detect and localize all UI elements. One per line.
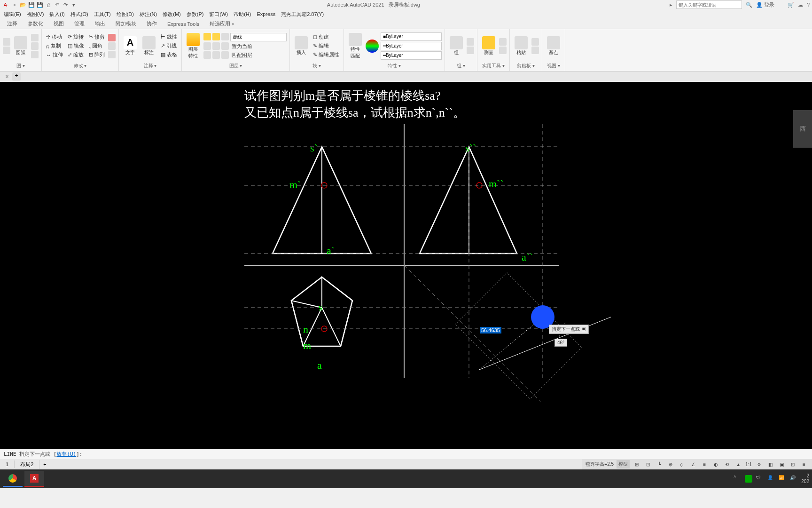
autocad-app-icon[interactable]: A [24, 471, 44, 487]
select-icon[interactable] [499, 47, 507, 54]
saveas-icon[interactable]: 💾 [36, 1, 44, 8]
tab-parametric[interactable]: 参数化 [23, 19, 48, 29]
linetype-selector[interactable]: ━ ByLayer [381, 51, 442, 60]
undo-icon[interactable]: ↶ [53, 1, 61, 8]
redo-icon[interactable]: ↷ [62, 1, 69, 8]
app-menu-icon[interactable]: A· [2, 1, 10, 8]
osnap-icon[interactable]: ◇ [678, 460, 686, 468]
model-button[interactable]: 模型 [617, 460, 630, 468]
text-icon[interactable]: A [124, 36, 137, 49]
login-button[interactable]: 👤 登录 [756, 1, 774, 8]
menu-view[interactable]: 视图(V) [27, 11, 44, 18]
tray-wifi-icon[interactable]: 📶 [779, 475, 786, 483]
menu-format[interactable]: 格式(O) [70, 11, 88, 18]
tab-view[interactable]: 视图 [49, 19, 69, 29]
offset-icon[interactable] [108, 51, 116, 58]
measure-icon[interactable] [482, 36, 495, 49]
create-block-button[interactable]: ◻ 创建 [312, 33, 341, 41]
layer-selector[interactable]: 虚线 [230, 33, 287, 41]
tab-addins[interactable]: 附加模块 [111, 19, 141, 29]
help-icon[interactable]: ? [807, 2, 810, 8]
layout-add-button[interactable]: + [39, 460, 50, 468]
menu-draw[interactable]: 绘图(D) [117, 11, 134, 18]
group-edit-icon[interactable] [467, 47, 474, 54]
array-button[interactable]: ⊞ 阵列 [87, 51, 106, 59]
tab-manage[interactable]: 管理 [70, 19, 89, 29]
layer-iso-icon[interactable] [203, 42, 211, 50]
tray-shield-icon[interactable]: 🛡 [756, 475, 764, 483]
lineweight-icon[interactable]: ≡ [700, 460, 709, 468]
edit-block-button[interactable]: ✎ 编辑 [312, 42, 341, 50]
new-tab-button[interactable]: + [12, 72, 21, 81]
layout-tab-2[interactable]: 布局2 [15, 460, 39, 469]
snap-icon[interactable]: ⊡ [644, 460, 652, 468]
scale-button[interactable]: ⤢ 缩放 [66, 51, 86, 59]
line-icon[interactable] [3, 38, 10, 46]
layer-mk-icon[interactable] [221, 42, 229, 50]
polyline-icon[interactable] [3, 47, 10, 54]
tray-ime-icon[interactable] [745, 475, 752, 483]
menu-yanxiu[interactable]: 燕秀工具箱2.87(Y) [281, 11, 324, 18]
explode-icon[interactable] [108, 42, 116, 50]
layer-p3-icon[interactable] [221, 51, 229, 59]
mirror-button[interactable]: ◫ 镜像 [66, 42, 86, 50]
trim-button[interactable]: ✂ 修剪 [87, 33, 106, 41]
calc-icon[interactable] [499, 38, 507, 46]
leader-button[interactable]: ↗ 引线 [159, 42, 179, 50]
search-icon[interactable]: 🔍 [746, 2, 752, 8]
isodraft-icon[interactable]: ◧ [766, 460, 774, 468]
menu-param[interactable]: 参数(P) [187, 11, 204, 18]
match-props-icon[interactable] [349, 33, 362, 46]
cart-icon[interactable]: 🛒 [788, 2, 794, 8]
hatch-icon[interactable] [31, 51, 39, 58]
drawing-canvas[interactable]: 试作图判别m是否属于棱锥的棱线sa? 又已知点n属于棱线sa，试根据n求n`,n… [0, 82, 812, 449]
annoscale-icon[interactable]: ▲ [734, 460, 742, 468]
stretch-button[interactable]: ↔ 拉伸 [45, 51, 64, 59]
menu-express[interactable]: Express [257, 11, 275, 17]
rect-icon[interactable] [31, 42, 39, 50]
tray-people-icon[interactable]: 👤 [767, 475, 775, 483]
layer-lock-icon[interactable] [221, 33, 229, 40]
cmd-option-undo[interactable]: 放弃(U) [56, 451, 76, 458]
scale-display[interactable]: 1:1 [745, 462, 752, 467]
clean-icon[interactable]: ⊡ [789, 460, 797, 468]
chrome-app-icon[interactable] [3, 471, 23, 487]
edit-attr-button[interactable]: ✎ 编辑属性 [312, 51, 341, 59]
layer-p1-icon[interactable] [203, 51, 211, 59]
base-icon[interactable] [547, 36, 560, 49]
dim-icon[interactable] [142, 36, 156, 49]
customize-icon[interactable]: ≡ [800, 460, 808, 468]
layer-props-icon[interactable] [187, 33, 200, 46]
tab-output[interactable]: 输出 [90, 19, 110, 29]
menu-help[interactable]: 帮助(H) [234, 11, 251, 18]
layout-tab-1[interactable]: 1 [0, 460, 15, 468]
ungroup-icon[interactable] [467, 38, 474, 46]
cycling-icon[interactable]: ⟲ [723, 460, 731, 468]
fillet-button[interactable]: ◟ 圆角 [87, 42, 106, 50]
layer-freeze-icon[interactable] [203, 33, 211, 40]
layer-uniso-icon[interactable] [212, 42, 220, 50]
menu-edit[interactable]: 编辑(E) [4, 11, 21, 18]
command-line[interactable]: LINE 指定下一点或 [放弃(U)]: [0, 449, 812, 459]
close-tab-button[interactable]: × [4, 73, 10, 80]
gear-icon[interactable]: ⚙ [755, 460, 763, 468]
tab-annotation[interactable]: 注释 [2, 19, 22, 29]
tab-collab[interactable]: 协作 [142, 19, 162, 29]
insert-block-icon[interactable] [295, 36, 308, 49]
linear-button[interactable]: ⊢ 线性 [159, 33, 179, 41]
print-icon[interactable]: 🖨 [45, 1, 52, 8]
erase-icon[interactable] [108, 34, 116, 41]
props-palette-icon[interactable] [366, 40, 379, 53]
move-button[interactable]: ✢ 移动 [45, 33, 64, 41]
match-layer-button[interactable]: 匹配图层 [230, 51, 254, 59]
tab-express[interactable]: Express Tools [163, 20, 204, 28]
hardware-icon[interactable]: ▣ [777, 460, 786, 468]
menu-window[interactable]: 窗口(W) [209, 11, 228, 18]
lineweight-selector[interactable]: ━ ByLayer [381, 42, 442, 50]
save-icon[interactable]: 💾 [28, 1, 35, 8]
cut-icon[interactable] [531, 38, 539, 46]
polar-icon[interactable]: ⊕ [666, 460, 675, 468]
layer-p2-icon[interactable] [212, 51, 220, 59]
menu-dim[interactable]: 标注(N) [140, 11, 157, 18]
arc-icon[interactable] [14, 36, 27, 49]
